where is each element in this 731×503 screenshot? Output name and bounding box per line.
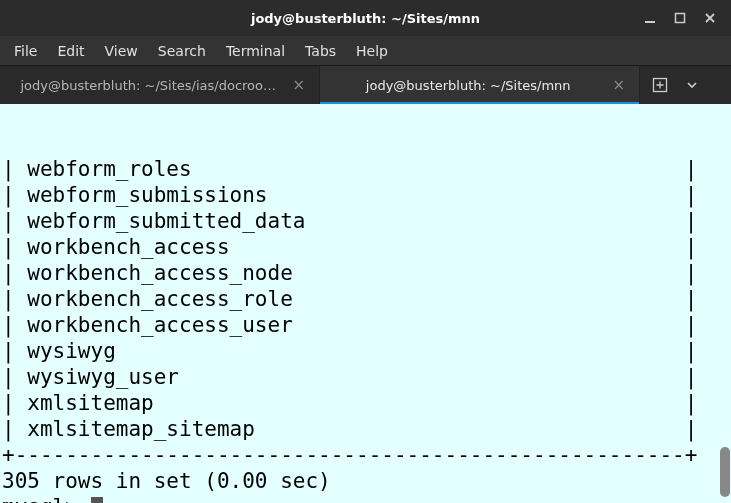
- cursor: [91, 497, 103, 503]
- scrollbar-thumb[interactable]: [720, 447, 730, 497]
- maximize-button[interactable]: [665, 6, 695, 30]
- tab-label: jody@busterbluth: ~/Sites/ias/docroo…: [14, 78, 282, 93]
- tab-label: jody@busterbluth: ~/Sites/mnn: [334, 78, 602, 93]
- window-controls: [635, 0, 725, 36]
- terminal-line: +---------------------------------------…: [2, 442, 729, 468]
- minimize-icon: [644, 12, 656, 24]
- tab-active[interactable]: jody@busterbluth: ~/Sites/mnn ×: [320, 66, 640, 104]
- mysql-prompt: mysql>: [2, 495, 91, 503]
- terminal-line: | workbench_access_node |: [2, 260, 729, 286]
- window-title: jody@busterbluth: ~/Sites/mnn: [251, 11, 480, 26]
- new-tab-button[interactable]: [646, 71, 674, 99]
- terminal-line: | webform_roles |: [2, 156, 729, 182]
- svg-rect-1: [676, 14, 685, 23]
- terminal-line: | workbench_access_user |: [2, 312, 729, 338]
- maximize-icon: [674, 12, 686, 24]
- scrollbar[interactable]: [719, 104, 731, 503]
- new-tab-icon: [652, 77, 668, 93]
- terminal-line: | webform_submitted_data |: [2, 208, 729, 234]
- tab-inactive[interactable]: jody@busterbluth: ~/Sites/ias/docroo… ×: [0, 66, 320, 104]
- terminal-line: | webform_submissions |: [2, 182, 729, 208]
- menu-edit[interactable]: Edit: [47, 39, 94, 63]
- titlebar: jody@busterbluth: ~/Sites/mnn: [0, 0, 731, 36]
- svg-rect-0: [645, 21, 655, 23]
- terminal-content: | webform_roles || webform_submissions |…: [2, 156, 729, 503]
- menu-terminal[interactable]: Terminal: [216, 39, 295, 63]
- tab-controls: [640, 66, 712, 104]
- terminal-prompt-line: mysql>: [2, 494, 729, 503]
- close-button[interactable]: [695, 6, 725, 30]
- chevron-down-icon: [686, 79, 698, 91]
- terminal-line: | xmlsitemap |: [2, 390, 729, 416]
- terminal-line: | wysiwyg_user |: [2, 364, 729, 390]
- minimize-button[interactable]: [635, 6, 665, 30]
- menubar: File Edit View Search Terminal Tabs Help: [0, 36, 731, 66]
- tab-menu-button[interactable]: [678, 71, 706, 99]
- tab-close-icon[interactable]: ×: [612, 78, 625, 93]
- terminal-line: | workbench_access_role |: [2, 286, 729, 312]
- terminal-line: 305 rows in set (0.00 sec): [2, 468, 729, 494]
- menu-help[interactable]: Help: [346, 39, 398, 63]
- terminal-line: | xmlsitemap_sitemap |: [2, 416, 729, 442]
- close-icon: [704, 12, 716, 24]
- tab-close-icon[interactable]: ×: [292, 78, 305, 93]
- tabbar: jody@busterbluth: ~/Sites/ias/docroo… × …: [0, 66, 731, 104]
- menu-view[interactable]: View: [95, 39, 148, 63]
- terminal-line: | wysiwyg |: [2, 338, 729, 364]
- menu-search[interactable]: Search: [148, 39, 216, 63]
- terminal-line: | workbench_access |: [2, 234, 729, 260]
- terminal-area[interactable]: | webform_roles || webform_submissions |…: [0, 104, 731, 503]
- menu-tabs[interactable]: Tabs: [295, 39, 346, 63]
- menu-file[interactable]: File: [4, 39, 47, 63]
